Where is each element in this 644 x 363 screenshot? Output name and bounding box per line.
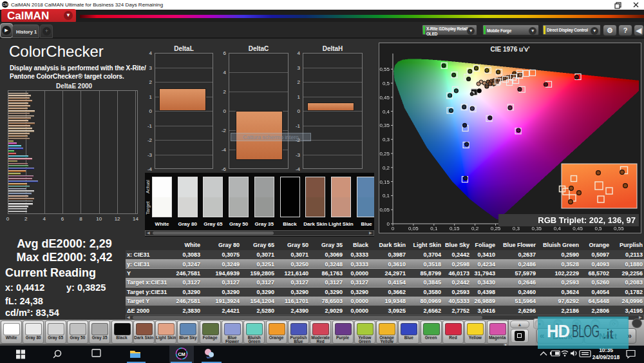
svg-text:0,4: 0,4 bbox=[383, 109, 390, 115]
svg-text:0: 0 bbox=[387, 221, 390, 227]
svg-text:0,3: 0,3 bbox=[383, 137, 390, 142]
svg-text:0,2: 0,2 bbox=[383, 165, 390, 171]
svg-text:0,15: 0,15 bbox=[379, 179, 390, 185]
svg-text:0,3: 0,3 bbox=[513, 226, 520, 231]
svg-text:0,25: 0,25 bbox=[491, 226, 501, 231]
svg-text:0,35: 0,35 bbox=[532, 226, 542, 231]
svg-text:0,05: 0,05 bbox=[408, 226, 419, 231]
svg-text:RGB Triplet: 202, 136, 97: RGB Triplet: 202, 136, 97 bbox=[538, 215, 636, 225]
svg-text:0,5: 0,5 bbox=[383, 81, 390, 86]
svg-text:0,5: 0,5 bbox=[594, 226, 602, 231]
svg-text:0,55: 0,55 bbox=[379, 66, 390, 72]
svg-text:24/09/2018: 24/09/2018 bbox=[592, 354, 620, 360]
svg-text:CM: CM bbox=[178, 351, 185, 357]
svg-text:0,1: 0,1 bbox=[430, 226, 438, 231]
svg-text:0,1: 0,1 bbox=[383, 193, 390, 199]
svg-text:0,45: 0,45 bbox=[379, 95, 390, 101]
svg-text:0,25: 0,25 bbox=[379, 151, 390, 157]
svg-text:0,45: 0,45 bbox=[573, 226, 583, 231]
svg-text:0,15: 0,15 bbox=[450, 226, 460, 231]
svg-text:0,05: 0,05 bbox=[379, 207, 390, 213]
svg-text:0: 0 bbox=[392, 226, 395, 231]
svg-text:0,4: 0,4 bbox=[554, 226, 562, 231]
svg-text:0,2: 0,2 bbox=[471, 226, 479, 231]
svg-text:0,55: 0,55 bbox=[614, 226, 624, 231]
svg-text:0,35: 0,35 bbox=[379, 123, 390, 128]
